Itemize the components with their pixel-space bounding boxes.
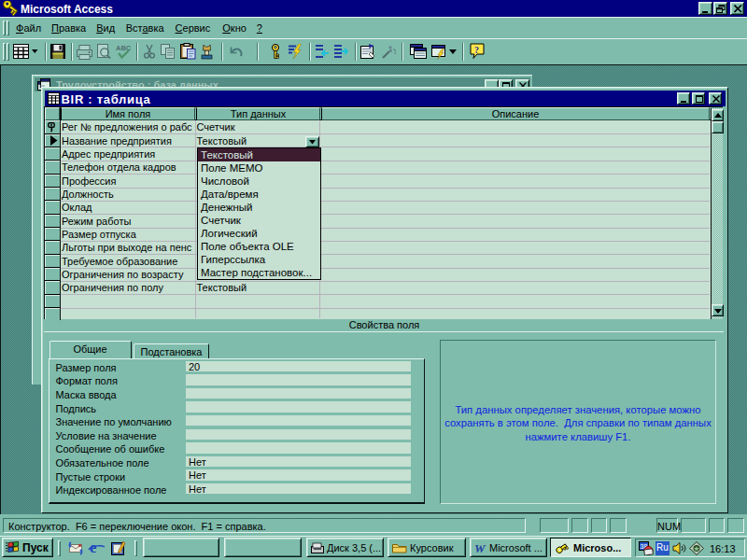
svg-text:?: ? [474,45,479,55]
